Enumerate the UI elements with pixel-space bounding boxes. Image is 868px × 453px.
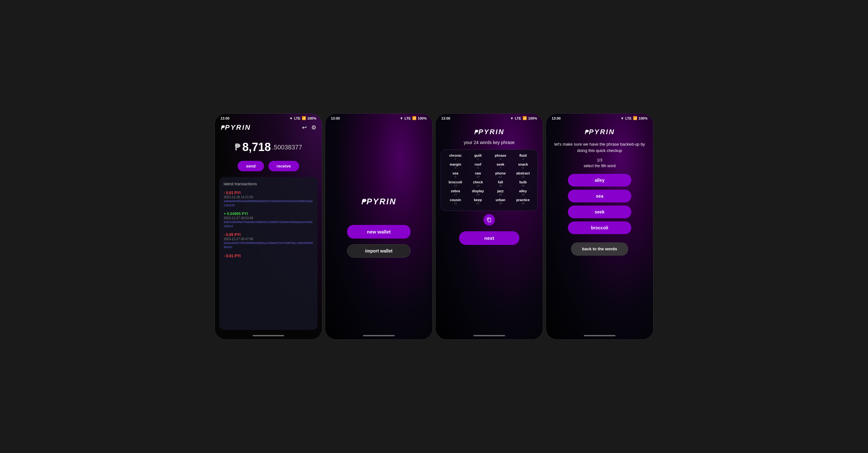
logo-3: ₱PYRIN — [474, 128, 504, 136]
copy-button[interactable] — [484, 214, 495, 225]
screen4-main: ₱PYRIN let's make sure we have the phras… — [546, 121, 653, 332]
time-3: 13:00 — [441, 116, 450, 120]
word-15: fall15 — [490, 180, 511, 187]
tx-item-3: - 0.05 PYI 2023-12-27 06:47:58 4e3ac4eb6… — [224, 233, 313, 249]
word-2: guilt2 — [467, 154, 489, 160]
word-23: urban23 — [490, 198, 511, 205]
battery-3: 100% — [528, 116, 537, 120]
word-11: phone11 — [490, 171, 511, 178]
signal-text-2: LTE — [404, 116, 411, 120]
phrase-grid: chronic1 guilt2 phrase3 fluid4 margin5 r… — [441, 149, 538, 211]
balance-whole: 8,718 — [242, 141, 271, 154]
status-bar-4: 13:00 ▼ LTE 📶 100% — [546, 114, 653, 121]
phrase-row-6: cousin21 keep22 urban23 practice24 — [445, 198, 534, 205]
word-14: check14 — [467, 180, 489, 187]
tx-hash-1: aa69e66e965a4a84886d6686af010275a5e34537… — [224, 199, 313, 207]
home-bar-1 — [215, 332, 322, 339]
word-13: broccoli13 — [445, 180, 466, 187]
back-to-words-button[interactable]: back to the words — [571, 242, 628, 256]
tx-item-1: - 0.01 PYI 2023-12-28 14:21:04 aa69e66e9… — [224, 191, 313, 207]
word-5: margin5 — [445, 162, 466, 170]
action-buttons: send receive — [215, 158, 322, 175]
word-6: roof6 — [467, 162, 489, 170]
home-indicator-4 — [584, 335, 616, 336]
phone-1: 13:00 ▼ LTE 📶 100% ₱PYRIN ↩ ⚙ ₱ 8,718 .5… — [214, 113, 322, 340]
settings-icon-1[interactable]: ⚙ — [311, 124, 316, 131]
phone-3: 13:00 ▼ LTE 📶 100% ₱PYRIN your 24 words … — [435, 113, 543, 340]
tx-date-3: 2023-12-27 06:47:58 — [224, 237, 313, 241]
phrase-row-5: zebra17 display18 jazz19 alley20 — [445, 189, 534, 196]
screen2-main: ₱PYRIN new wallet import wallet — [325, 121, 432, 332]
next-button[interactable]: next — [459, 231, 520, 245]
phrase-row-3: sea9 raw10 phone11 abstract12 — [445, 171, 534, 178]
battery-1: 100% — [307, 116, 316, 120]
choice-seek[interactable]: seek — [568, 206, 631, 218]
copy-section — [484, 214, 495, 225]
signal-bars-2: 📶 — [412, 116, 416, 120]
choice-sea[interactable]: sea — [568, 190, 631, 202]
word-12: abstract12 — [513, 171, 534, 178]
balance-section: ₱ 8,718 .50038377 — [215, 134, 322, 158]
receive-button[interactable]: receive — [269, 161, 299, 171]
logo-2: ₱PYRIN — [361, 197, 396, 207]
word-10: raw10 — [467, 171, 489, 178]
balance-coin-icon: ₱ — [235, 142, 241, 153]
balance-display: ₱ 8,718 .50038377 — [218, 141, 319, 154]
battery-2: 100% — [418, 116, 427, 120]
balance-decimal: .50038377 — [272, 144, 302, 151]
word-7: seek7 — [490, 162, 511, 170]
word-3: phrase3 — [490, 154, 511, 160]
status-bar-1: 13:00 ▼ LTE 📶 100% — [215, 114, 322, 121]
logo-prefix-1: ₱ — [220, 125, 225, 131]
signal-text-1: LTE — [294, 116, 301, 120]
choice-alley[interactable]: alley — [568, 174, 631, 186]
signal-text-3: LTE — [515, 116, 521, 120]
status-bar-2: 13:00 ▼ LTE 📶 100% — [325, 114, 432, 121]
word-9: sea9 — [445, 171, 466, 178]
import-wallet-button[interactable]: import wallet — [347, 244, 410, 258]
tx-date-2: 2023-12-27 06:53:48 — [224, 216, 313, 220]
home-bar-3 — [436, 332, 543, 339]
home-indicator-1 — [252, 335, 284, 336]
phrase-row-2: margin5 roof6 seek7 snack8 — [445, 162, 534, 170]
word-20: alley20 — [513, 189, 534, 196]
word-21: cousin21 — [445, 198, 466, 205]
new-wallet-button[interactable]: new wallet — [347, 225, 410, 239]
signal-bars-3: 📶 — [523, 116, 527, 120]
transactions-title: latest transactions — [224, 181, 313, 186]
word-1: chronic1 — [445, 154, 466, 160]
tx-amount-4: - 0.01 PYI — [224, 254, 313, 258]
time-4: 13:00 — [552, 116, 561, 120]
signal-icon-2: ▼ — [400, 116, 403, 120]
signal-icon-4: ▼ — [621, 116, 624, 120]
time-2: 13:00 — [331, 116, 340, 120]
word-17: zebra17 — [445, 189, 466, 196]
phrase-row-4: broccoli13 check14 fall15 bulb16 — [445, 180, 534, 187]
signal-bars-1: 📶 — [302, 116, 306, 120]
tx-amount-1: - 0.01 PYI — [224, 191, 313, 195]
header-icons-1: ↩ ⚙ — [302, 124, 316, 131]
home-indicator-3 — [473, 335, 505, 336]
choice-broccoli[interactable]: broccoli — [568, 221, 631, 234]
screen1-header: ₱PYRIN ↩ ⚙ — [215, 121, 322, 134]
tx-amount-2: + 0.04995 PYI — [224, 212, 313, 216]
phone-4: 13:00 ▼ LTE 📶 100% ₱PYRIN let's make sur… — [546, 113, 654, 340]
back-icon-1[interactable]: ↩ — [302, 124, 307, 131]
send-button[interactable]: send — [238, 161, 264, 171]
screen3-main: ₱PYRIN your 24 words key phrase chronic1… — [436, 121, 543, 332]
word-4: fluid4 — [513, 154, 534, 160]
tx-hash-2: 838f7e9bd0fa675da9d6c098b5d31163dfcb7d16… — [224, 220, 313, 228]
select-word-prompt: select the 9th word — [584, 164, 616, 168]
signal-icon-3: ▼ — [510, 116, 514, 120]
battery-4: 100% — [639, 116, 648, 120]
word-8: snack8 — [513, 162, 534, 170]
signal-text-4: LTE — [625, 116, 632, 120]
word-24: practice24 — [513, 198, 534, 205]
transactions-section: latest transactions - 0.01 PYI 2023-12-2… — [219, 177, 317, 330]
phone-2: 13:00 ▼ LTE 📶 100% ₱PYRIN new wallet imp… — [325, 113, 433, 340]
logo-1: ₱PYRIN — [220, 123, 251, 132]
tx-amount-3: - 0.05 PYI — [224, 233, 313, 237]
tx-item-2: + 0.04995 PYI 2023-12-27 06:53:48 838f7e… — [224, 212, 313, 228]
phrase-title: your 24 words key phrase — [464, 140, 515, 145]
progress-indicator: 1/3 — [597, 158, 602, 162]
